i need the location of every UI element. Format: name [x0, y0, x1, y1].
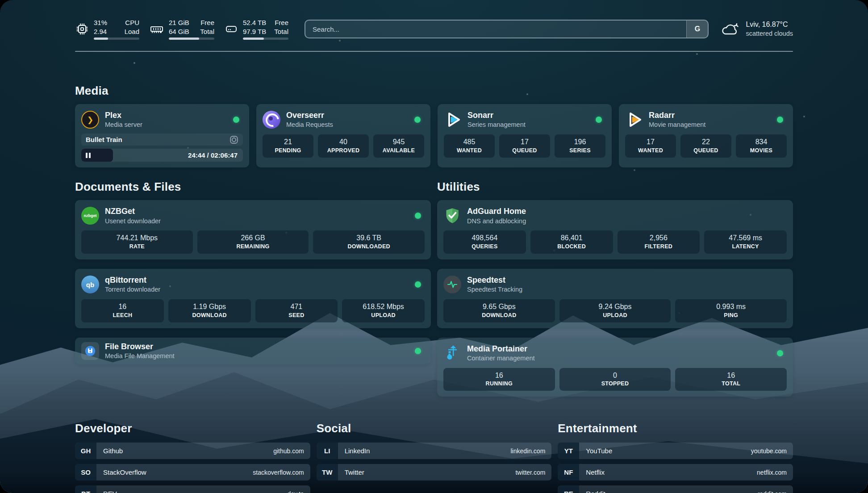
section-title-utilities: Utilities — [437, 180, 793, 194]
bookmark-url: twitter.com — [515, 464, 551, 480]
speedtest-icon — [443, 276, 461, 293]
memory-free-value: 21 GiB — [169, 18, 189, 27]
bookmark-group-developer: Developer GH Github github.com SO StackO… — [75, 422, 310, 493]
cpu-load-label: Load — [125, 27, 139, 36]
bookmark-stackoverflow[interactable]: SO StackOverflow stackoverflow.com — [75, 464, 310, 480]
qbittorrent-icon: qb — [81, 276, 99, 293]
stat-available: 945AVAILABLE — [373, 134, 424, 157]
bookmark-url: linkedin.com — [511, 443, 552, 459]
app-description: DNS and adblocking — [467, 217, 526, 226]
bookmark-url: reddit.com — [758, 485, 793, 493]
disk-icon — [224, 22, 238, 36]
plex-card[interactable]: ❯ Plex Media server Bullet Train — [75, 104, 249, 167]
bookmark-name: LinkedIn — [338, 443, 370, 459]
bookmark-group-entertainment: Entertainment YT YouTube youtube.com NF … — [558, 422, 793, 493]
app-description: Movie management — [649, 121, 705, 129]
stat-queries: 498,564QUERIES — [443, 230, 526, 253]
app-name: Radarr — [649, 110, 705, 121]
bookmark-youtube[interactable]: YT YouTube youtube.com — [558, 443, 793, 459]
bookmark-abbr: SO — [75, 464, 96, 480]
app-name: Media Portainer — [467, 344, 535, 354]
app-description: Media server — [105, 121, 142, 129]
bookmark-name: Netflix — [579, 464, 605, 480]
filebrowser-card[interactable]: File Browser Media File Management — [75, 338, 431, 364]
stat-download: 9.65 GbpsDOWNLOAD — [443, 299, 555, 322]
search-engine-button[interactable]: G — [686, 21, 708, 38]
speedtest-card[interactable]: Speedtest Speedtest Tracking 9.65 GbpsDO… — [437, 269, 793, 328]
sonarr-icon — [444, 111, 462, 129]
online-status-dot — [415, 281, 421, 288]
top-bar: 31% 2.94 CPU Load — [75, 16, 793, 42]
section-title-social: Social — [317, 422, 552, 435]
weather-condition: scattered clouds — [746, 29, 793, 38]
app-name: qBittorrent — [105, 275, 160, 285]
stat-blocked: 86,401BLOCKED — [530, 230, 613, 253]
stat-series: 196SERIES — [555, 134, 605, 157]
app-name: Plex — [105, 110, 142, 121]
app-name: NZBGet — [105, 206, 161, 217]
weather-location-temp: Lviv, 16.87°C — [746, 20, 793, 29]
app-description: Torrent downloader — [105, 285, 160, 294]
nzbget-icon: nzbget — [81, 207, 99, 225]
cpu-load-value: 2.94 — [94, 27, 107, 36]
bookmark-name: StackOverflow — [96, 464, 146, 480]
bookmark-url: dev.to — [288, 485, 310, 493]
stat-ping: 0.993 msPING — [675, 299, 787, 322]
online-status-dot — [414, 117, 421, 123]
stat-filtered: 2,956FILTERED — [618, 230, 700, 253]
cpu-progress-bar — [94, 38, 139, 40]
bookmark-github[interactable]: GH Github github.com — [75, 443, 310, 459]
bookmark-name: Reddit — [579, 485, 605, 493]
app-name: File Browser — [105, 342, 175, 352]
search-input[interactable] — [305, 20, 709, 38]
disk-stat-group: 52.4 TB 97.9 TB Free Total — [224, 18, 288, 40]
cpu-icon — [75, 22, 89, 36]
stat-remaining: 266 GBREMAINING — [197, 230, 309, 253]
media-card-grid: ❯ Plex Media server Bullet Train — [75, 104, 793, 167]
search-bar: G — [305, 20, 709, 38]
bookmark-netflix[interactable]: NF Netflix netflix.com — [558, 464, 793, 480]
playback-time: 24:44 / 02:06:47 — [188, 149, 238, 162]
bookmark-linkedin[interactable]: LI LinkedIn linkedin.com — [317, 443, 552, 459]
stat-upload: 618.52 MbpsUPLOAD — [342, 299, 425, 322]
qbittorrent-card[interactable]: qb qBittorrent Torrent downloader 16LEEC… — [75, 269, 431, 328]
bookmark-url: netflix.com — [757, 464, 793, 480]
disk-total-value: 97.9 TB — [243, 27, 266, 36]
sonarr-card[interactable]: Sonarr Series management 485WANTED 17QUE… — [438, 104, 612, 167]
now-playing-row: Bullet Train — [81, 134, 243, 146]
header-divider — [75, 51, 793, 52]
adguard-card[interactable]: AdGuard Home DNS and adblocking 498,564Q… — [437, 200, 793, 259]
bookmark-dev[interactable]: DT DEV dev.to — [75, 485, 310, 493]
radarr-card[interactable]: Radarr Movie management 17WANTED 22QUEUE… — [619, 104, 793, 167]
memory-icon — [149, 22, 164, 36]
online-status-dot — [777, 117, 783, 123]
stat-downloaded: 39.6 TBDOWNLOADED — [313, 230, 425, 253]
weather-widget[interactable]: Lviv, 16.87°C scattered clouds — [720, 20, 793, 38]
bookmark-abbr: YT — [558, 443, 579, 459]
bookmark-abbr: TW — [317, 464, 338, 480]
stat-wanted: 485WANTED — [444, 134, 495, 157]
bookmark-abbr: RE — [558, 485, 579, 493]
snow-specks — [0, 0, 1, 1]
bookmark-reddit[interactable]: RE Reddit reddit.com — [558, 485, 793, 493]
bookmark-abbr: NF — [558, 464, 579, 480]
stat-leech: 16LEECH — [81, 299, 164, 322]
bookmark-name: Twitter — [338, 464, 364, 480]
bookmark-group-social: Social LI LinkedIn linkedin.com TW Twitt… — [317, 422, 552, 493]
disk-free-label: Free — [274, 18, 288, 27]
cpu-stat-group: 31% 2.94 CPU Load — [75, 18, 139, 40]
nzbget-card[interactable]: nzbget NZBGet Usenet downloader 744.21 M… — [75, 200, 431, 259]
section-title-documents: Documents & Files — [75, 180, 431, 194]
app-name: Speedtest — [467, 275, 522, 285]
stat-queued: 22QUEUED — [680, 134, 731, 157]
stat-queued: 17QUEUED — [499, 134, 550, 157]
memory-total-value: 64 GiB — [169, 27, 189, 36]
bookmark-twitter[interactable]: TW Twitter twitter.com — [317, 464, 552, 480]
overseerr-card[interactable]: Overseerr Media Requests 21PENDING 40APP… — [256, 104, 430, 167]
portainer-card[interactable]: Media Portainer Container management 16R… — [437, 338, 793, 397]
portainer-icon — [443, 344, 461, 362]
playback-progress-bar[interactable]: 24:44 / 02:06:47 — [81, 149, 243, 162]
stat-total: 16TOTAL — [675, 368, 787, 391]
stat-rate: 744.21 MbpsRATE — [81, 230, 193, 253]
bookmark-url: youtube.com — [751, 443, 793, 459]
